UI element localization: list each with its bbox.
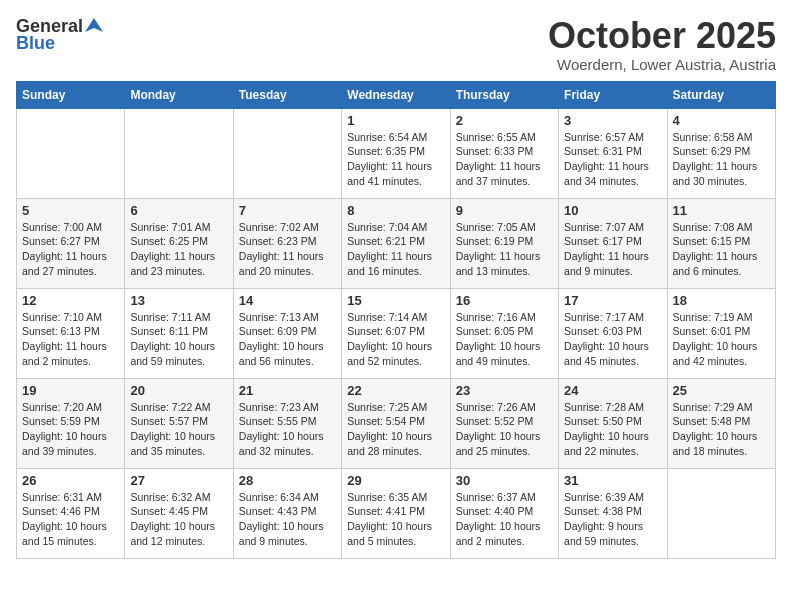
- day-number: 27: [130, 473, 227, 488]
- calendar-cell: 29Sunrise: 6:35 AM Sunset: 4:41 PM Dayli…: [342, 468, 450, 558]
- calendar-week-row: 12Sunrise: 7:10 AM Sunset: 6:13 PM Dayli…: [17, 288, 776, 378]
- day-number: 23: [456, 383, 553, 398]
- day-number: 10: [564, 203, 661, 218]
- calendar-table: SundayMondayTuesdayWednesdayThursdayFrid…: [16, 81, 776, 559]
- weekday-header-monday: Monday: [125, 81, 233, 108]
- logo-bird-icon: [85, 16, 103, 34]
- logo-blue-text: Blue: [16, 33, 55, 54]
- calendar-cell: 25Sunrise: 7:29 AM Sunset: 5:48 PM Dayli…: [667, 378, 775, 468]
- weekday-header-row: SundayMondayTuesdayWednesdayThursdayFrid…: [17, 81, 776, 108]
- day-number: 3: [564, 113, 661, 128]
- day-info: Sunrise: 6:54 AM Sunset: 6:35 PM Dayligh…: [347, 130, 444, 189]
- calendar-cell: 11Sunrise: 7:08 AM Sunset: 6:15 PM Dayli…: [667, 198, 775, 288]
- calendar-week-row: 19Sunrise: 7:20 AM Sunset: 5:59 PM Dayli…: [17, 378, 776, 468]
- calendar-cell: [667, 468, 775, 558]
- logo: General Blue: [16, 16, 103, 54]
- day-info: Sunrise: 6:55 AM Sunset: 6:33 PM Dayligh…: [456, 130, 553, 189]
- day-number: 26: [22, 473, 119, 488]
- calendar-cell: 4Sunrise: 6:58 AM Sunset: 6:29 PM Daylig…: [667, 108, 775, 198]
- day-number: 20: [130, 383, 227, 398]
- day-number: 8: [347, 203, 444, 218]
- calendar-cell: 12Sunrise: 7:10 AM Sunset: 6:13 PM Dayli…: [17, 288, 125, 378]
- calendar-cell: 16Sunrise: 7:16 AM Sunset: 6:05 PM Dayli…: [450, 288, 558, 378]
- day-info: Sunrise: 7:07 AM Sunset: 6:17 PM Dayligh…: [564, 220, 661, 279]
- calendar-cell: 7Sunrise: 7:02 AM Sunset: 6:23 PM Daylig…: [233, 198, 341, 288]
- calendar-cell: 31Sunrise: 6:39 AM Sunset: 4:38 PM Dayli…: [559, 468, 667, 558]
- calendar-cell: 27Sunrise: 6:32 AM Sunset: 4:45 PM Dayli…: [125, 468, 233, 558]
- calendar-cell: 28Sunrise: 6:34 AM Sunset: 4:43 PM Dayli…: [233, 468, 341, 558]
- day-number: 13: [130, 293, 227, 308]
- calendar-cell: 19Sunrise: 7:20 AM Sunset: 5:59 PM Dayli…: [17, 378, 125, 468]
- title-block: October 2025 Woerdern, Lower Austria, Au…: [548, 16, 776, 73]
- day-info: Sunrise: 7:13 AM Sunset: 6:09 PM Dayligh…: [239, 310, 336, 369]
- calendar-cell: 5Sunrise: 7:00 AM Sunset: 6:27 PM Daylig…: [17, 198, 125, 288]
- day-number: 4: [673, 113, 770, 128]
- calendar-cell: 14Sunrise: 7:13 AM Sunset: 6:09 PM Dayli…: [233, 288, 341, 378]
- day-info: Sunrise: 7:29 AM Sunset: 5:48 PM Dayligh…: [673, 400, 770, 459]
- day-number: 5: [22, 203, 119, 218]
- calendar-cell: 26Sunrise: 6:31 AM Sunset: 4:46 PM Dayli…: [17, 468, 125, 558]
- weekday-header-wednesday: Wednesday: [342, 81, 450, 108]
- weekday-header-friday: Friday: [559, 81, 667, 108]
- day-info: Sunrise: 7:25 AM Sunset: 5:54 PM Dayligh…: [347, 400, 444, 459]
- calendar-cell: 6Sunrise: 7:01 AM Sunset: 6:25 PM Daylig…: [125, 198, 233, 288]
- day-number: 9: [456, 203, 553, 218]
- day-number: 19: [22, 383, 119, 398]
- page-header: General Blue October 2025 Woerdern, Lowe…: [16, 16, 776, 73]
- calendar-cell: 3Sunrise: 6:57 AM Sunset: 6:31 PM Daylig…: [559, 108, 667, 198]
- day-number: 30: [456, 473, 553, 488]
- calendar-cell: 15Sunrise: 7:14 AM Sunset: 6:07 PM Dayli…: [342, 288, 450, 378]
- day-info: Sunrise: 7:04 AM Sunset: 6:21 PM Dayligh…: [347, 220, 444, 279]
- calendar-cell: 9Sunrise: 7:05 AM Sunset: 6:19 PM Daylig…: [450, 198, 558, 288]
- day-info: Sunrise: 7:02 AM Sunset: 6:23 PM Dayligh…: [239, 220, 336, 279]
- calendar-cell: [17, 108, 125, 198]
- weekday-header-thursday: Thursday: [450, 81, 558, 108]
- calendar-week-row: 5Sunrise: 7:00 AM Sunset: 6:27 PM Daylig…: [17, 198, 776, 288]
- day-info: Sunrise: 7:20 AM Sunset: 5:59 PM Dayligh…: [22, 400, 119, 459]
- day-number: 24: [564, 383, 661, 398]
- day-info: Sunrise: 6:35 AM Sunset: 4:41 PM Dayligh…: [347, 490, 444, 549]
- calendar-cell: 23Sunrise: 7:26 AM Sunset: 5:52 PM Dayli…: [450, 378, 558, 468]
- day-number: 31: [564, 473, 661, 488]
- calendar-cell: 8Sunrise: 7:04 AM Sunset: 6:21 PM Daylig…: [342, 198, 450, 288]
- day-info: Sunrise: 7:19 AM Sunset: 6:01 PM Dayligh…: [673, 310, 770, 369]
- day-number: 18: [673, 293, 770, 308]
- day-number: 1: [347, 113, 444, 128]
- weekday-header-saturday: Saturday: [667, 81, 775, 108]
- weekday-header-sunday: Sunday: [17, 81, 125, 108]
- day-info: Sunrise: 6:37 AM Sunset: 4:40 PM Dayligh…: [456, 490, 553, 549]
- day-info: Sunrise: 7:23 AM Sunset: 5:55 PM Dayligh…: [239, 400, 336, 459]
- day-info: Sunrise: 6:31 AM Sunset: 4:46 PM Dayligh…: [22, 490, 119, 549]
- calendar-cell: 30Sunrise: 6:37 AM Sunset: 4:40 PM Dayli…: [450, 468, 558, 558]
- day-number: 12: [22, 293, 119, 308]
- day-number: 7: [239, 203, 336, 218]
- calendar-cell: 20Sunrise: 7:22 AM Sunset: 5:57 PM Dayli…: [125, 378, 233, 468]
- day-info: Sunrise: 7:11 AM Sunset: 6:11 PM Dayligh…: [130, 310, 227, 369]
- day-number: 28: [239, 473, 336, 488]
- day-info: Sunrise: 7:08 AM Sunset: 6:15 PM Dayligh…: [673, 220, 770, 279]
- calendar-week-row: 1Sunrise: 6:54 AM Sunset: 6:35 PM Daylig…: [17, 108, 776, 198]
- day-info: Sunrise: 7:00 AM Sunset: 6:27 PM Dayligh…: [22, 220, 119, 279]
- day-info: Sunrise: 6:58 AM Sunset: 6:29 PM Dayligh…: [673, 130, 770, 189]
- day-info: Sunrise: 6:39 AM Sunset: 4:38 PM Dayligh…: [564, 490, 661, 549]
- day-info: Sunrise: 7:17 AM Sunset: 6:03 PM Dayligh…: [564, 310, 661, 369]
- calendar-cell: 13Sunrise: 7:11 AM Sunset: 6:11 PM Dayli…: [125, 288, 233, 378]
- day-info: Sunrise: 7:05 AM Sunset: 6:19 PM Dayligh…: [456, 220, 553, 279]
- svg-marker-0: [85, 18, 103, 32]
- month-title: October 2025: [548, 16, 776, 56]
- weekday-header-tuesday: Tuesday: [233, 81, 341, 108]
- calendar-cell: 22Sunrise: 7:25 AM Sunset: 5:54 PM Dayli…: [342, 378, 450, 468]
- day-info: Sunrise: 6:32 AM Sunset: 4:45 PM Dayligh…: [130, 490, 227, 549]
- day-number: 29: [347, 473, 444, 488]
- day-number: 15: [347, 293, 444, 308]
- calendar-cell: 21Sunrise: 7:23 AM Sunset: 5:55 PM Dayli…: [233, 378, 341, 468]
- day-number: 11: [673, 203, 770, 218]
- day-info: Sunrise: 7:01 AM Sunset: 6:25 PM Dayligh…: [130, 220, 227, 279]
- day-number: 17: [564, 293, 661, 308]
- day-number: 14: [239, 293, 336, 308]
- day-number: 22: [347, 383, 444, 398]
- calendar-cell: 2Sunrise: 6:55 AM Sunset: 6:33 PM Daylig…: [450, 108, 558, 198]
- day-number: 2: [456, 113, 553, 128]
- calendar-cell: [125, 108, 233, 198]
- day-number: 6: [130, 203, 227, 218]
